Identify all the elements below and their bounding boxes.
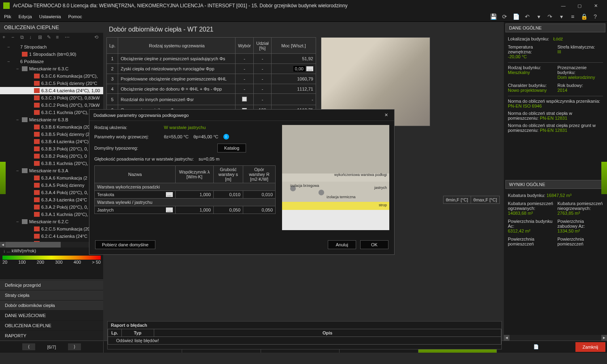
tree-row[interactable]: 6.2.C.5 Komunikacja (20 [0, 225, 103, 233]
left-edge-tab[interactable] [0, 162, 6, 194]
help-icon[interactable]: ? [592, 13, 599, 20]
tree-row[interactable]: −Mieszkanie nr 6.3.C [0, 65, 103, 72]
table-row[interactable]: 3Projektowane obciążenie cieplne pomiesz… [107, 74, 316, 84]
layers-table[interactable]: NazwaWspółczynnik λ [W/m·K]Grubość warst… [94, 165, 276, 214]
close-button[interactable]: ✕ [588, 0, 604, 11]
btype-value: Mieszkalny [508, 70, 554, 75]
tool2-icon[interactable]: ≡ [56, 34, 62, 41]
tree-row[interactable]: −7 Stropodach [0, 43, 103, 51]
default-data-button[interactable]: Pobierz dane domyślne [95, 240, 155, 249]
maximize-button[interactable]: ▢ [571, 0, 588, 11]
tree-row[interactable]: 6.3.C.3 Pokój (20°C), 0,83kW [0, 94, 103, 102]
btn-dane[interactable]: DANE WEJŚCIOWE [0, 311, 103, 320]
page-prev[interactable]: ⟨ [22, 343, 35, 350]
ok-button[interactable]: OK [360, 240, 388, 249]
copy-icon[interactable]: ⧉ [20, 34, 27, 41]
page-indicator: [6/7] [47, 345, 56, 349]
redo-dropdown-icon[interactable]: ▾ [558, 13, 565, 20]
tree-row[interactable]: 6.2.C.4 Łazienka (24°C [0, 233, 103, 240]
tree-row[interactable]: 6.3.B.4 Łazienka (24°C) [0, 138, 103, 145]
table-row[interactable]: 4Obciążenie cieplne do doboru Φ = ΦHL + … [107, 84, 316, 94]
layers-icon[interactable]: ≡ [569, 13, 576, 20]
tree-row[interactable]: −Mieszkanie nr 6.3.A [0, 167, 103, 174]
left-tabs[interactable] [0, 271, 103, 280]
tree-row[interactable]: 6.3.C.1 Kuchnia (20°C), 2,140 [0, 109, 103, 116]
tree-row[interactable]: 6.3.B.2 Pokój (20°C), 0 [0, 152, 103, 160]
remove-icon[interactable]: − [11, 34, 18, 41]
right-hscroll[interactable]: ◄► [504, 335, 607, 341]
document-icon[interactable]: 📄 [512, 13, 520, 20]
cancel-button[interactable]: Anuluj [328, 240, 356, 249]
tree-hscroll[interactable]: ◄► [0, 242, 103, 248]
tree-row[interactable]: 6.3.C.5 Pokój dzienny (20°C [0, 80, 103, 87]
tree-row[interactable]: −Mieszkanie nr 6.2.C [0, 218, 103, 225]
undo-dropdown-icon[interactable]: ▾ [535, 13, 542, 20]
section-screed: Warstwa wylewki / jastrychu [95, 199, 276, 206]
browse-icon[interactable]: … [166, 192, 173, 197]
right-edge-tab[interactable] [601, 162, 607, 194]
powp-label: Powierzchnia pomieszczeń [508, 237, 554, 246]
tree-row[interactable]: −Mieszkanie nr 6.3.B [0, 116, 103, 123]
right-panel: DANE OGÓLNE Lokalizacja budynku: Łódź Te… [504, 22, 607, 341]
err-col-opis: Opis [154, 329, 501, 337]
katalog-button[interactable]: Katalog [217, 144, 246, 152]
page-next[interactable]: ⟩ [68, 343, 81, 350]
table-row[interactable]: 2Zyski ciepła od nieizolowanych rurociąg… [107, 64, 316, 74]
param-label: Parametry wody grzewczej: [94, 134, 159, 139]
btn-raporty[interactable]: RAPORTY [0, 331, 103, 341]
pow-label: Powierzchnia budynku Ac: [508, 219, 554, 229]
info-icon[interactable]: i [223, 134, 229, 140]
btype-label: Rodzaj budynku: [508, 65, 554, 70]
label-finish: wykończeniowa warstwa podłogi [334, 173, 387, 177]
btn-dobor[interactable]: Dobór odbiorników ciepła [0, 301, 103, 310]
dialog-close-icon[interactable]: ✕ [382, 112, 390, 118]
expand-icon[interactable]: ⊞ [38, 34, 45, 41]
lock-icon[interactable]: 🔒 [580, 13, 588, 20]
tree-row[interactable]: 6.3.A.5 Pokój dzienny [0, 182, 103, 189]
tree-row[interactable]: 6.3.A.4 Pokój (20°C), 0, [0, 189, 103, 196]
tree-row[interactable]: 6.3.A.3 Łazienka (24°C [0, 196, 103, 203]
close-app-button[interactable]: Zamknij [575, 342, 606, 352]
btn-definicje[interactable]: Definicje przegród [0, 280, 103, 290]
kubogr-label: Kubatura pomieszczeń ogrzewanych: [508, 201, 554, 211]
tree-row[interactable]: 6.3.A.2 Pokój (20°C), 0, [0, 203, 103, 211]
save-icon[interactable]: 💾 [490, 13, 497, 20]
tree-row[interactable]: 6.3.B.3 Pokój (20°C), 0, [0, 145, 103, 152]
tool3-icon[interactable]: ⋯ [65, 34, 71, 41]
tool-icon[interactable]: ✎ [47, 34, 53, 41]
tree-row[interactable]: 6.3.C.6 Komunikacja (20°C), [0, 72, 103, 80]
btn-obliczenia[interactable]: OBLICZENIA CIEPLNE [0, 321, 103, 330]
table-row[interactable]: 1Obciążenie cieplne z pomieszczeń sąsiad… [107, 54, 316, 64]
dialog-title: Dodatkowe parametry ogrzewania podłogowe… [93, 113, 382, 118]
menu-edycja[interactable]: Edycja [19, 14, 32, 19]
tree-row[interactable]: 6.3.C.2 Pokój (20°C), 0,70kW [0, 102, 103, 109]
titlebar: ArCADia-TERMOCAD 8.0 Licencja dla: WEWNĘ… [0, 0, 607, 11]
menu-plik[interactable]: Plik [4, 14, 11, 19]
tree-row[interactable]: 6.3.B.6 Komunikacja (20°C), [0, 123, 103, 131]
floor-heating-dialog: Dodatkowe parametry ogrzewania podłogowe… [89, 109, 395, 255]
minimize-button[interactable]: — [555, 0, 571, 11]
refresh-icon[interactable]: ⟳ [501, 13, 508, 20]
btn-straty[interactable]: Straty ciepła [0, 290, 103, 300]
section-finish: Warstwa wykończenia posadzki [95, 183, 276, 191]
tree-row[interactable]: 6.3.A.6 Komunikacja (2 [0, 174, 103, 182]
menu-pomoc[interactable]: Pomoc [68, 14, 82, 19]
browse-icon[interactable]: … [166, 207, 173, 212]
redo-icon[interactable]: ↷ [546, 13, 554, 20]
zone-value: III [558, 49, 561, 54]
add-icon[interactable]: + [2, 34, 9, 41]
project-tree[interactable]: −7 Stropodach1 Stropodach (btr=0,90)−6 P… [0, 42, 103, 242]
tree-row[interactable]: 6.3.B.1 Kuchnia (20°C), [0, 160, 103, 167]
menu-ustawienia[interactable]: Ustawienia [39, 14, 61, 19]
tree-row[interactable]: 6.3.A.1 Kuchnia (20°C), [0, 211, 103, 218]
bottom-tab-6[interactable]: 📄 [497, 341, 575, 353]
tree-row[interactable]: 6.3.B.5 Pokój dzienny (20°C [0, 131, 103, 138]
tree-row[interactable]: −6 Poddasze [0, 58, 103, 65]
down-icon[interactable]: ↓ [29, 34, 36, 41]
table-row[interactable]: 5Rozdział do innych pomieszczeń Φsr-- [107, 94, 316, 105]
year-label: Rok budowy: [558, 83, 603, 88]
sync-icon[interactable]: ⟲ [94, 34, 101, 41]
undo-icon[interactable]: ↶ [524, 13, 531, 20]
tree-row[interactable]: 6.3.C.4 Łazienka (24°C), 1,00 [0, 87, 103, 94]
tree-row[interactable]: 1 Stropodach (btr=0,90) [0, 51, 103, 58]
